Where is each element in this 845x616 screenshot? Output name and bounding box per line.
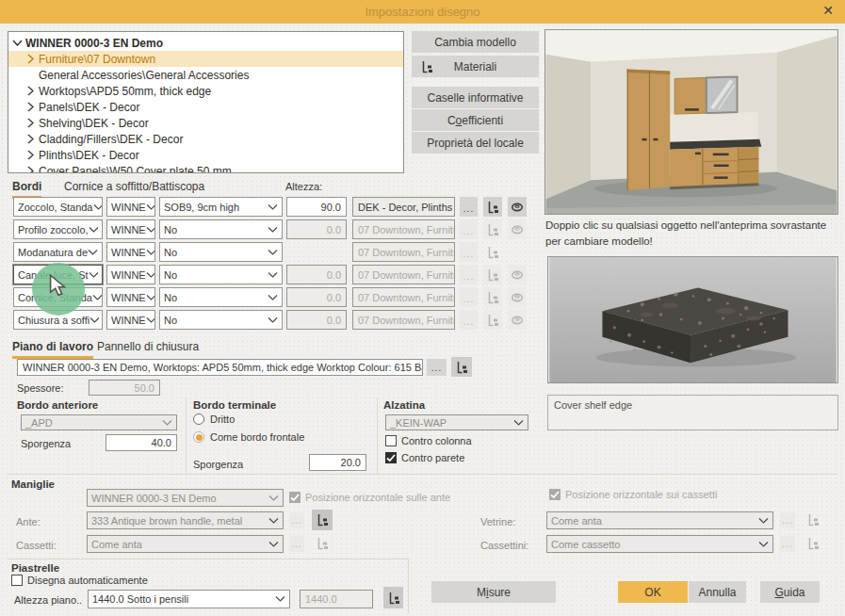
altezza-piano-field: 1440.0 bbox=[300, 590, 373, 608]
checkbox-contro-colonna[interactable]: Contro colonna bbox=[385, 435, 472, 446]
bordi-row6-tipo-dropdown[interactable]: Chiusura a soffi bbox=[13, 310, 103, 330]
chevron-down-icon bbox=[275, 596, 285, 602]
tree-item-root[interactable]: WINNER 0000-3 EN Demo bbox=[8, 35, 403, 51]
checkbox-box bbox=[289, 492, 301, 503]
spessore-label: Spessore: bbox=[17, 382, 64, 394]
worktop-slab-render bbox=[548, 257, 837, 382]
chevron-down-icon bbox=[268, 250, 278, 255]
tree-item-label: WINNER 0000-3 EN Demo bbox=[25, 37, 163, 50]
bordi-row4-tipo-dropdown[interactable]: Canale luce, St bbox=[13, 265, 103, 284]
tree-item-cover-panels[interactable]: Cover Panels\W50 Cover plate 50 mm bbox=[8, 163, 403, 173]
bordi-row5-catalogo-dropdown[interactable]: WINNE bbox=[106, 287, 155, 307]
coefficients-button[interactable]: Coefficienti bbox=[412, 109, 539, 131]
bordi-row1-catalogo-dropdown[interactable]: WINNE bbox=[106, 197, 155, 217]
checkbox-contro-parete[interactable]: Contro parete bbox=[385, 452, 464, 463]
bordi-row1-tipo-dropdown[interactable]: Zoccolo, Standa bbox=[13, 197, 103, 217]
annulla-button[interactable]: Annulla bbox=[689, 581, 746, 603]
checkbox-posizione-cassetti: Posizione orizzontale sui cassetti bbox=[549, 489, 717, 500]
tree-item-plinths[interactable]: Plinths\DEK - Decor bbox=[8, 147, 403, 163]
ante-browse-button: ... bbox=[289, 512, 304, 528]
bordi-row2-tipo-dropdown[interactable]: Profilo zoccolo, bbox=[13, 219, 103, 239]
tab-cornice-battiscopa[interactable]: Cornice a soffitto/Battiscopa bbox=[64, 180, 204, 196]
info-boxes-label: Caselle informative bbox=[427, 91, 523, 105]
bordi-row3-modello-dropdown[interactable]: No bbox=[159, 242, 283, 262]
misure-button[interactable]: Misure bbox=[431, 581, 556, 603]
info-boxes-button[interactable]: Caselle informative bbox=[412, 87, 539, 108]
alzatina-dropdown[interactable]: _KEIN-WAP bbox=[385, 414, 528, 430]
tree-item-cladding[interactable]: Cladding/Fillers\DEK - Decor bbox=[8, 131, 403, 147]
ante-materials-icon[interactable] bbox=[312, 510, 333, 530]
radio-dritto[interactable]: Dritto bbox=[193, 413, 235, 425]
bordi-row1-3d-icon[interactable] bbox=[508, 197, 527, 217]
worktop-browse-button[interactable]: ... bbox=[427, 359, 447, 376]
materials-label: Materiali bbox=[454, 60, 496, 73]
bordi-row1-materials-icon[interactable] bbox=[483, 197, 502, 217]
bordi-row4-browse-button: ... bbox=[460, 265, 478, 284]
chevron-down-icon bbox=[268, 204, 278, 210]
bordi-row5-modello-dropdown[interactable]: No bbox=[159, 287, 283, 307]
bordi-row1-altezza-field[interactable]: 90.0 bbox=[286, 197, 347, 217]
bordi-row2-3d-icon bbox=[508, 219, 527, 239]
tree-item-furniture[interactable]: Furniture\07 Downtown bbox=[8, 51, 403, 67]
bordo-terminale-sporgenza-field[interactable]: 20.0 bbox=[309, 454, 366, 471]
bordi-row2-modello-dropdown[interactable]: No bbox=[159, 219, 283, 239]
bordi-row6-modello-dropdown[interactable]: No bbox=[159, 310, 283, 330]
misure-label: Misure bbox=[477, 586, 511, 599]
vetrine-materials-icon bbox=[803, 510, 823, 530]
piastrelle-title: Piastrelle bbox=[11, 562, 59, 574]
chevron-down-icon bbox=[758, 542, 769, 547]
bordi-row1-browse-button[interactable]: ... bbox=[460, 197, 478, 217]
annulla-label: Annulla bbox=[698, 586, 736, 599]
materials-button[interactable]: Materiali bbox=[412, 56, 539, 77]
tab-bordi[interactable]: Bordi bbox=[12, 180, 41, 199]
close-icon[interactable]: ✕ bbox=[822, 3, 834, 18]
room-properties-button[interactable]: Proprietà del locale bbox=[412, 132, 539, 154]
bordi-row4-3d-icon bbox=[508, 265, 527, 284]
checkbox-box bbox=[11, 575, 23, 586]
cassettini-label: Cassettini: bbox=[480, 540, 528, 551]
drawing-settings-dialog: Impostazioni disegno ✕ WINNER 0000-3 EN … bbox=[0, 0, 845, 616]
bordi-row4-catalogo-dropdown[interactable]: WINNE bbox=[106, 265, 155, 284]
tree-item-label: Plinths\DEK - Decor bbox=[39, 149, 139, 162]
tab-piano-di-lavoro[interactable]: Piano di lavoro bbox=[12, 340, 93, 359]
room-preview[interactable] bbox=[544, 29, 838, 215]
worktop-description-field[interactable]: WINNER 0000-3 EN Demo, Worktops: APD5 50… bbox=[17, 359, 423, 376]
tree-item-general-accessories[interactable]: General Accessories\General Accessories bbox=[8, 67, 403, 83]
tab-pannello-di-chiusura[interactable]: Pannello di chiusura bbox=[97, 340, 199, 356]
radio-come-bordo-frontale[interactable]: Come bordo frontale bbox=[193, 431, 304, 443]
tree-item-shelving[interactable]: Shelving\DEK - Decor bbox=[8, 115, 403, 131]
material-preview[interactable] bbox=[547, 256, 838, 383]
tree-item-worktops[interactable]: Worktops\APD5 50mm, thick edge bbox=[8, 83, 403, 99]
chevron-right-icon bbox=[22, 118, 39, 128]
chevron-down-icon bbox=[146, 317, 155, 323]
piastrelle-materials-icon[interactable] bbox=[383, 587, 403, 608]
materials-icon bbox=[420, 60, 433, 73]
bordi-row5-3d-icon bbox=[508, 287, 527, 307]
bordi-row5-materials-icon bbox=[483, 287, 502, 307]
chevron-right-icon bbox=[22, 86, 39, 96]
ok-button[interactable]: OK bbox=[618, 581, 688, 603]
tree-item-label: General Accessories\General Accessories bbox=[39, 69, 249, 82]
bordi-row4-modello-dropdown[interactable]: No bbox=[159, 265, 283, 284]
chevron-down-icon bbox=[146, 272, 155, 278]
tree-item-panels[interactable]: Panels\DEK - Decor bbox=[8, 99, 403, 115]
guida-label: Guida bbox=[774, 586, 804, 599]
bordi-row3-catalogo-dropdown[interactable]: WINNE bbox=[106, 242, 155, 262]
bordo-anteriore-sporgenza-field[interactable]: 40.0 bbox=[106, 434, 177, 451]
alzatina-title: Alzatina bbox=[383, 399, 425, 411]
change-model-button[interactable]: Cambia modello bbox=[412, 31, 539, 53]
bordi-row2-catalogo-dropdown[interactable]: WINNE bbox=[106, 219, 155, 239]
bordi-row5-browse-button: ... bbox=[460, 287, 478, 307]
worktop-materials-icon[interactable] bbox=[451, 357, 472, 377]
bordi-row6-catalogo-dropdown[interactable]: WINNE bbox=[106, 310, 155, 330]
checkbox-disegna-automaticamente[interactable]: Disegna automaticamente bbox=[11, 575, 148, 586]
room-properties-label: Proprietà del locale bbox=[427, 137, 524, 150]
ante-label: Ante: bbox=[16, 516, 41, 527]
altezza-piano-dropdown[interactable]: 1440.0 Sotto i pensili bbox=[88, 590, 290, 608]
preview-hint: Doppio clic su qualsiasi oggetto nell'an… bbox=[545, 218, 837, 251]
guida-button[interactable]: Guida bbox=[760, 581, 820, 603]
bordi-row1-modello-dropdown[interactable]: SOB9, 9cm high bbox=[159, 197, 283, 217]
bordi-row3-tipo-dropdown[interactable]: Modanatura de bbox=[13, 242, 103, 262]
bordi-row5-tipo-dropdown[interactable]: Cornice, Standa bbox=[13, 287, 103, 307]
tree-item-label: Cladding/Fillers\DEK - Decor bbox=[39, 133, 183, 146]
